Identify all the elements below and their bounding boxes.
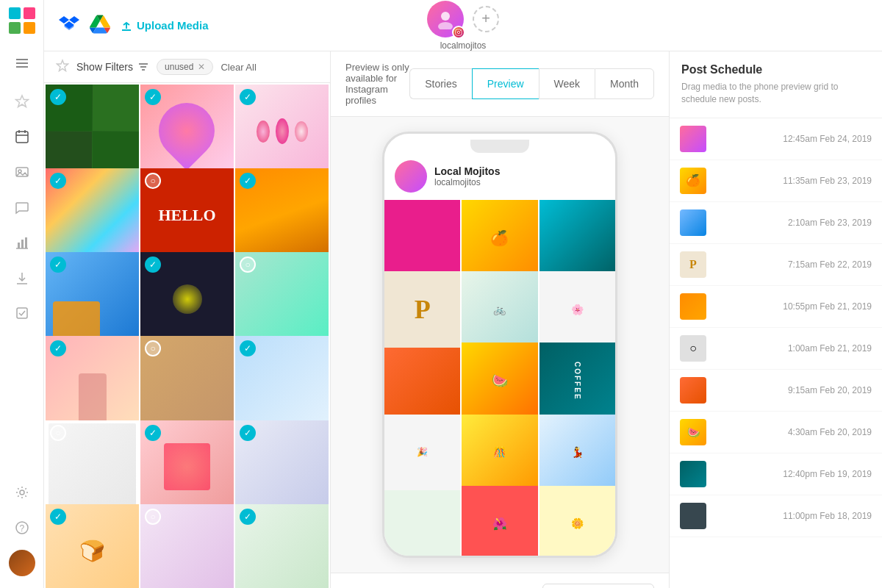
media-item[interactable]: ○ [140, 336, 234, 429]
schedule-item[interactable]: 2:10am Feb 23, 2019 [670, 202, 882, 244]
media-check: ✓ [240, 509, 256, 525]
schedule-item[interactable]: ○ 1:00am Feb 21, 2019 [670, 328, 882, 370]
grid-cell: COFFEE [539, 343, 615, 418]
svg-rect-3 [24, 22, 35, 34]
schedule-item[interactable]: P 7:15am Feb 22, 2019 [670, 244, 882, 286]
settings-sidebar-icon[interactable] [7, 478, 37, 507]
tab-preview[interactable]: Preview [472, 68, 539, 99]
gdrive-icon[interactable] [90, 14, 110, 37]
star-filter-icon[interactable] [56, 59, 69, 75]
grid-cell: 🚲 [462, 271, 537, 347]
schedule-thumb [680, 503, 706, 529]
media-item[interactable]: ✓ [235, 420, 329, 514]
phone-profile-avatar [395, 160, 427, 193]
svg-point-30 [441, 12, 450, 21]
media-item[interactable]: ✓ [235, 168, 329, 262]
grid-cell: P [384, 271, 460, 347]
media-item[interactable]: ✓ [140, 420, 234, 514]
media-check: ✓ [240, 89, 256, 105]
media-item[interactable]: ✓ [235, 504, 329, 588]
check-sidebar-icon[interactable] [7, 298, 37, 328]
preview-info-text: Preview is only available for Instagram … [345, 51, 409, 116]
schedule-item[interactable]: 12:40pm Feb 19, 2019 [670, 453, 882, 495]
media-item[interactable]: ✓ [140, 85, 234, 178]
star-icon[interactable] [7, 87, 37, 116]
schedule-item[interactable]: 12:45am Feb 24, 2019 [670, 118, 882, 160]
remove-filter-button[interactable]: ✕ [198, 62, 205, 72]
media-item[interactable]: ✓ [140, 252, 234, 345]
preview-body: Local Mojitos localmojitos 🍊 P [331, 117, 669, 573]
phone-preview-grid[interactable]: 🍊 P 🚲 🌸 🍉 [384, 200, 615, 556]
svg-rect-0 [9, 7, 21, 19]
media-item[interactable]: ✓ [235, 336, 329, 429]
schedule-item[interactable]: 🍊 11:35am Feb 23, 2019 [670, 160, 882, 202]
media-item[interactable]: ✓ [46, 85, 139, 178]
schedule-time: 12:40pm Feb 19, 2019 [783, 469, 872, 479]
phone-notch [470, 140, 529, 153]
schedule-time: 12:45am Feb 24, 2019 [783, 134, 872, 144]
phone-profile-handle: localmojitos [434, 177, 500, 187]
image-sidebar-icon[interactable] [7, 157, 37, 187]
schedule-item[interactable]: 10:55pm Feb 21, 2019 [670, 286, 882, 328]
app-logo[interactable] [9, 7, 35, 34]
user-avatar[interactable] [9, 550, 35, 576]
upload-media-button[interactable]: Upload Media [121, 19, 209, 32]
schedule-item[interactable]: 11:00pm Feb 18, 2019 [670, 495, 882, 537]
download-sidebar-icon[interactable] [7, 263, 37, 293]
schedule-time: 1:00am Feb 21, 2019 [788, 343, 872, 354]
chat-sidebar-icon[interactable] [7, 193, 37, 222]
media-item[interactable]: ○ [235, 252, 329, 345]
svg-rect-8 [16, 132, 28, 143]
profile-avatar-top[interactable] [427, 1, 464, 37]
schedule-subtitle: Drag media to the phone preview grid to … [681, 81, 870, 106]
media-check: ✓ [240, 425, 256, 441]
schedule-time: 7:15am Feb 22, 2019 [788, 259, 872, 270]
svg-marker-35 [57, 60, 68, 71]
grid-cell: 💃 [539, 415, 615, 490]
tab-stories[interactable]: Stories [409, 68, 472, 99]
svg-rect-1 [24, 7, 35, 19]
svg-rect-17 [25, 237, 27, 248]
chart-sidebar-icon[interactable] [7, 228, 37, 257]
media-item[interactable]: ✓ [46, 252, 139, 345]
tab-week[interactable]: Week [539, 68, 595, 99]
media-check: ✓ [240, 173, 256, 189]
tab-month[interactable]: Month [595, 68, 654, 99]
media-item[interactable]: HELLO ○ [140, 168, 234, 262]
schedule-thumb: 🍊 [680, 168, 706, 194]
grid-cell: 🎉 [384, 415, 460, 490]
add-profile-button[interactable]: + [473, 6, 499, 32]
svg-text:?: ? [19, 523, 24, 534]
schedule-thumb [680, 461, 706, 487]
media-toolbar: Show Filters unused ✕ Clear All [44, 51, 330, 83]
menu-icon[interactable] [7, 49, 37, 78]
media-check: ○ [145, 509, 161, 525]
schedule-item[interactable]: 🍉 4:30am Feb 20, 2019 [670, 412, 882, 453]
schedule-item[interactable]: 9:15am Feb 20, 2019 [670, 370, 882, 412]
media-item[interactable]: ✓ [235, 85, 329, 178]
svg-marker-7 [15, 96, 28, 107]
media-item[interactable]: ✓ [46, 336, 139, 429]
phone-profile-row: Local Mojitos localmojitos [384, 153, 615, 200]
grid-cell: 🌺 [462, 486, 537, 556]
media-item[interactable]: ○ [46, 420, 139, 514]
schedule-time: 10:55pm Feb 21, 2019 [783, 301, 872, 312]
svg-point-34 [460, 29, 461, 30]
body-area: Show Filters unused ✕ Clear All [44, 51, 882, 588]
show-filters-button[interactable]: Show Filters [76, 61, 149, 73]
dropbox-icon[interactable] [59, 14, 79, 37]
clear-all-button[interactable]: Clear All [220, 62, 256, 73]
media-check: ○ [145, 173, 161, 189]
share-calendar-button[interactable]: Share Calendar [542, 584, 654, 588]
media-item[interactable]: ○ [140, 504, 234, 588]
grid-cell: 🍉 [462, 343, 537, 418]
filter-tag-unused[interactable]: unused ✕ [157, 59, 213, 75]
media-item[interactable]: ✓ [46, 168, 139, 262]
help-sidebar-icon[interactable]: ? [7, 513, 37, 542]
schedule-time: 4:30am Feb 20, 2019 [788, 427, 872, 437]
media-item[interactable]: 🍞 ✓ [46, 504, 139, 588]
calendar-sidebar-icon[interactable] [7, 122, 37, 151]
preview-footer: Share your scheduled posts with this pri… [331, 573, 669, 588]
grid-cell [384, 343, 460, 418]
schedule-thumb [680, 377, 706, 404]
